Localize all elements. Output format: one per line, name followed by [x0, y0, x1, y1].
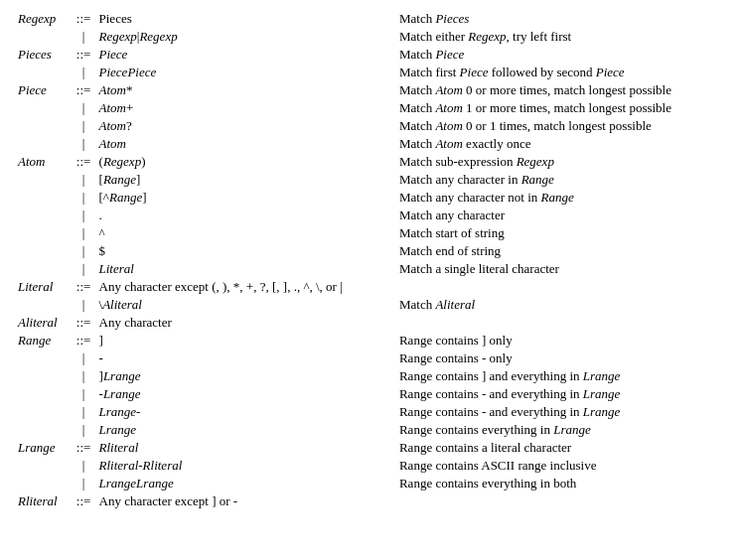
description: Range contains - and everything in Lrang…: [397, 403, 727, 421]
production: Any character except ] or -: [97, 492, 397, 510]
production: Atom*: [97, 81, 397, 99]
table-row: Rliteral::=Any character except ] or -: [16, 492, 727, 510]
assign-symbol: ::=: [71, 439, 97, 457]
assign-symbol: |: [71, 475, 97, 492]
production: \Aliteral: [97, 296, 397, 314]
nonterminal: [16, 350, 71, 367]
table-row: |PiecePieceMatch first Piece followed by…: [16, 64, 727, 81]
table-row: |]LrangeRange contains ] and everything …: [16, 367, 727, 385]
nonterminal: [16, 421, 71, 439]
table-row: Pieces::=PieceMatch Piece: [16, 46, 727, 64]
table-row: |LrangeRange contains everything in Lran…: [16, 421, 727, 439]
nonterminal: [16, 457, 71, 475]
production: ]: [97, 332, 397, 350]
nonterminal: [16, 117, 71, 135]
table-row: |[^Range]Match any character not in Rang…: [16, 189, 727, 207]
description: Match any character in Range: [397, 171, 727, 189]
table-row: |[Range]Match any character in Range: [16, 171, 727, 189]
assign-symbol: |: [71, 457, 97, 475]
nonterminal: [16, 385, 71, 403]
grammar-table: Regexp::=PiecesMatch Pieces|Regexp|Regex…: [16, 10, 727, 510]
production: (Regexp): [97, 153, 397, 171]
nonterminal: Rliteral: [16, 492, 71, 510]
production: Lrange-: [97, 403, 397, 421]
production: Atom: [97, 135, 397, 153]
production: Rliteral-Rliteral: [97, 457, 397, 475]
nonterminal: [16, 99, 71, 117]
description: Range contains ] only: [397, 332, 727, 350]
nonterminal: [16, 260, 71, 278]
nonterminal: Atom: [16, 153, 71, 171]
nonterminal: [16, 224, 71, 242]
table-row: |Lrange-Range contains - and everything …: [16, 403, 727, 421]
assign-symbol: |: [71, 403, 97, 421]
production: ^: [97, 224, 397, 242]
table-row: |\AliteralMatch Aliteral: [16, 296, 727, 314]
assign-symbol: ::=: [71, 278, 97, 296]
assign-symbol: |: [71, 367, 97, 385]
production: Pieces: [97, 10, 397, 28]
assign-symbol: |: [71, 350, 97, 367]
assign-symbol: |: [71, 207, 97, 224]
nonterminal: [16, 64, 71, 81]
assign-symbol: ::=: [71, 10, 97, 28]
nonterminal: [16, 171, 71, 189]
description: Match Atom 0 or 1 times, match longest p…: [397, 117, 727, 135]
table-row: |LiteralMatch a single literal character: [16, 260, 727, 278]
table-row: |Regexp|RegexpMatch either Regexp, try l…: [16, 28, 727, 46]
production: ]Lrange: [97, 367, 397, 385]
table-row: Regexp::=PiecesMatch Pieces: [16, 10, 727, 28]
description: Match Atom 0 or more times, match longes…: [397, 81, 727, 99]
production: Piece: [97, 46, 397, 64]
nonterminal: [16, 403, 71, 421]
production: PiecePiece: [97, 64, 397, 81]
description: [397, 278, 727, 296]
table-row: Literal::=Any character except (, ), *, …: [16, 278, 727, 296]
nonterminal: Piece: [16, 81, 71, 99]
production: $: [97, 242, 397, 260]
production: Literal: [97, 260, 397, 278]
description: Range contains everything in both: [397, 475, 727, 492]
production: Any character: [97, 314, 397, 332]
table-row: Piece::=Atom*Match Atom 0 or more times,…: [16, 81, 727, 99]
production: Atom?: [97, 117, 397, 135]
production: [^Range]: [97, 189, 397, 207]
description: Match Aliteral: [397, 296, 727, 314]
description: Match either Regexp, try left first: [397, 28, 727, 46]
production: Atom+: [97, 99, 397, 117]
production: Any character except (, ), *, +, ?, [, ]…: [97, 278, 397, 296]
assign-symbol: |: [71, 385, 97, 403]
table-row: |-Range contains - only: [16, 350, 727, 367]
assign-symbol: |: [71, 260, 97, 278]
description: Match Pieces: [397, 10, 727, 28]
description: Range contains everything in Lrange: [397, 421, 727, 439]
nonterminal: Regexp: [16, 10, 71, 28]
assign-symbol: |: [71, 421, 97, 439]
assign-symbol: ::=: [71, 153, 97, 171]
nonterminal: [16, 367, 71, 385]
table-row: |Atom+Match Atom 1 or more times, match …: [16, 99, 727, 117]
assign-symbol: |: [71, 64, 97, 81]
table-row: Aliteral::=Any character: [16, 314, 727, 332]
assign-symbol: |: [71, 296, 97, 314]
production: [Range]: [97, 171, 397, 189]
description: Match sub-expression Regexp: [397, 153, 727, 171]
assign-symbol: ::=: [71, 492, 97, 510]
nonterminal: [16, 28, 71, 46]
nonterminal: Pieces: [16, 46, 71, 64]
description: Match any character: [397, 207, 727, 224]
assign-symbol: |: [71, 171, 97, 189]
table-row: |$Match end of string: [16, 242, 727, 260]
assign-symbol: |: [71, 224, 97, 242]
table-row: Atom::=(Regexp)Match sub-expression Rege…: [16, 153, 727, 171]
assign-symbol: |: [71, 135, 97, 153]
description: [397, 492, 727, 510]
assign-symbol: |: [71, 99, 97, 117]
description: [397, 314, 727, 332]
table-row: |^Match start of string: [16, 224, 727, 242]
nonterminal: Aliteral: [16, 314, 71, 332]
description: Range contains ASCII range inclusive: [397, 457, 727, 475]
description: Match start of string: [397, 224, 727, 242]
production: Regexp|Regexp: [97, 28, 397, 46]
table-row: |Rliteral-RliteralRange contains ASCII r…: [16, 457, 727, 475]
